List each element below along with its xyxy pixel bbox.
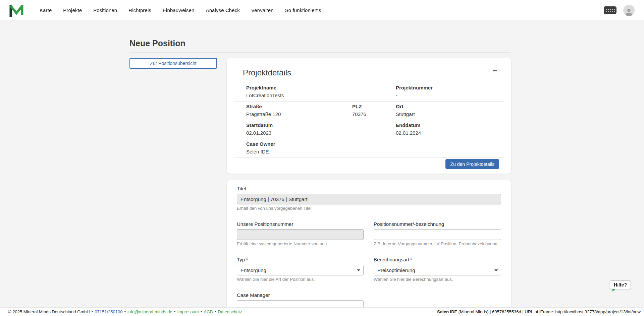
project-details-card: Projektdetails − Projektname LotCreation… (227, 58, 511, 174)
field-value: Selen IDE (246, 148, 352, 155)
field-value: 02.01.2023 (246, 130, 352, 136)
field-plz: PLZ 70376 (352, 104, 396, 117)
berechnungsart-label: Berechnungsart* (374, 257, 501, 263)
nav-item-analyse-check[interactable]: Analyse Check (206, 7, 240, 13)
typ-label: Typ* (237, 257, 364, 263)
field-projektnummer: Projektnummer - (396, 85, 504, 99)
session-detail: (Mineral Minds) | 69576255536d | URL of … (457, 309, 641, 314)
field-startdatum: Startdatum 02.01.2023 (246, 122, 352, 136)
separator-dot: • (215, 309, 216, 314)
typ-helper: Wählen Sie hier die Art der Position aus… (237, 277, 364, 282)
nav-item-einbauweisen[interactable]: Einbauweisen (163, 7, 195, 13)
footer: © 2025 Mineral Minds Deutschland GmbH • … (0, 307, 644, 316)
positionsnummer-input[interactable] (374, 229, 501, 240)
field-label: Projektnummer (396, 85, 504, 91)
unsere-positionsnummer-field: Unsere Positionsnummer Erhält eine syste… (237, 221, 364, 247)
nav-item-richtpreis[interactable]: Richtpreis (128, 7, 151, 13)
berechnungsart-field: Berechnungsart* Preisoptimierung Wählen … (374, 257, 501, 282)
impressum-link[interactable]: Impressum (177, 309, 199, 314)
separator-dot: • (92, 309, 93, 314)
project-details-title: Projektdetails (243, 68, 511, 77)
required-asterisk: * (410, 257, 412, 262)
project-details-table: Projektname LotCreationTests Projektnumm… (233, 83, 504, 158)
separator-dot: • (174, 309, 176, 314)
field-label: Enddatum (396, 122, 504, 128)
header-actions (604, 5, 635, 16)
session-info: Selen IDE (Mineral Minds) | 69576255536d… (437, 309, 641, 314)
table-row: Case Owner Selen IDE (233, 139, 504, 158)
field-value: 70376 (352, 111, 396, 117)
nav-item-positionen[interactable]: Positionen (93, 7, 117, 13)
email-link[interactable]: info@mineral-minds.de (127, 309, 172, 314)
separator-dot: • (201, 309, 202, 314)
help-button[interactable]: Hilfe? (610, 280, 631, 289)
nav-item-projekte[interactable]: Projekte (63, 7, 82, 13)
field-label: Case Owner (246, 141, 352, 147)
nav-item-karte[interactable]: Karte (40, 7, 52, 13)
field-value: Stuttgart (396, 111, 504, 117)
field-value: - (396, 92, 504, 99)
footer-left: © 2025 Mineral Minds Deutschland GmbH • … (8, 309, 242, 314)
keyboard-icon[interactable] (604, 6, 616, 14)
collapse-icon[interactable]: − (492, 67, 497, 75)
field-value: LotCreationTests (246, 92, 352, 99)
chevron-down-icon (494, 269, 498, 271)
positionsnummer-label: Positionsnummer/-bezeichnung (374, 221, 501, 227)
left-column: Zur Positionsübersicht (129, 58, 217, 69)
go-to-project-details-button[interactable]: Zu den Projektdetails (445, 159, 499, 169)
field-value: Pragstraße 120 (246, 111, 352, 117)
titel-helper: Erhält den von uns vorgegebenen Titel. (237, 206, 501, 211)
field-label: Projektname (246, 85, 352, 91)
main-nav: Karte Projekte Positionen Richtpreis Ein… (40, 7, 321, 13)
table-row: Straße Pragstraße 120 PLZ 70376 Ort Stut… (233, 102, 504, 120)
field-label: Ort (396, 104, 504, 110)
help-bubble-tail (612, 289, 615, 292)
case-manager-label: Case Manager (237, 292, 364, 298)
agb-link[interactable]: AGB (204, 309, 213, 314)
mineral-minds-logo[interactable] (9, 3, 24, 17)
berechnungsart-select-value: Preisoptimierung (377, 267, 415, 273)
positionsnummer-helper: Z.B. Interne-Vorgangsnummer, LV-Position… (374, 241, 501, 247)
field-strasse: Straße Pragstraße 120 (246, 104, 352, 117)
back-to-positions-button[interactable]: Zur Positionsübersicht (129, 58, 217, 69)
chevron-down-icon (357, 269, 360, 271)
typ-select-value: Entsorgung (240, 267, 266, 273)
berechnungsart-helper: Wählen Sie hier die Berechnungsart aus. (374, 277, 501, 282)
phone-link[interactable]: 07151/250100 (95, 309, 122, 314)
session-user: Selen IDE (437, 309, 457, 314)
field-label: Straße (246, 104, 352, 110)
table-row: Startdatum 02.01.2023 Enddatum 02.01.202… (233, 120, 504, 139)
field-case-owner: Case Owner Selen IDE (246, 141, 352, 155)
field-label: PLZ (352, 104, 396, 110)
copyright-text: © 2025 Mineral Minds Deutschland GmbH (8, 309, 90, 314)
nav-item-verwalten[interactable]: Verwalten (251, 7, 274, 13)
new-position-form-card: Titel Erhält den von uns vorgegebenen Ti… (227, 180, 511, 316)
titel-label: Titel (237, 186, 501, 192)
field-enddatum: Enddatum 02.01.2024 (396, 122, 504, 136)
page-title: Neue Position (129, 39, 511, 48)
separator-dot: • (124, 309, 126, 314)
table-row: Projektname LotCreationTests Projektnumm… (233, 83, 504, 102)
field-ort: Ort Stuttgart (396, 104, 504, 117)
positionsnummer-field: Positionsnummer/-bezeichnung Z.B. Intern… (374, 221, 501, 247)
nav-item-so-funktionierts[interactable]: So funktioniert's (285, 7, 321, 13)
cards-column: Projektdetails − Projektname LotCreation… (227, 58, 511, 316)
datenschutz-link[interactable]: Datenschutz (218, 309, 242, 314)
title-divider (129, 52, 511, 53)
help-label: Hilfe? (614, 282, 627, 288)
typ-select[interactable]: Entsorgung (237, 265, 364, 275)
user-avatar-icon[interactable] (623, 5, 635, 16)
top-navigation-bar: Karte Projekte Positionen Richtpreis Ein… (0, 0, 644, 20)
page-content: Neue Position Zur Positionsübersicht Pro… (129, 20, 511, 316)
berechnungsart-select[interactable]: Preisoptimierung (374, 265, 501, 275)
titel-input (237, 194, 501, 204)
unsere-positionsnummer-input (237, 229, 364, 240)
field-value: 02.01.2024 (396, 130, 504, 136)
field-projektname: Projektname LotCreationTests (246, 85, 352, 99)
required-asterisk: * (246, 257, 248, 262)
typ-field: Typ* Entsorgung Wählen Sie hier die Art … (237, 257, 364, 282)
unsere-positionsnummer-label: Unsere Positionsnummer (237, 221, 364, 227)
unsere-positionsnummer-helper: Erhält eine systemgenerierte Nummer von … (237, 241, 364, 247)
field-label: Startdatum (246, 122, 352, 128)
